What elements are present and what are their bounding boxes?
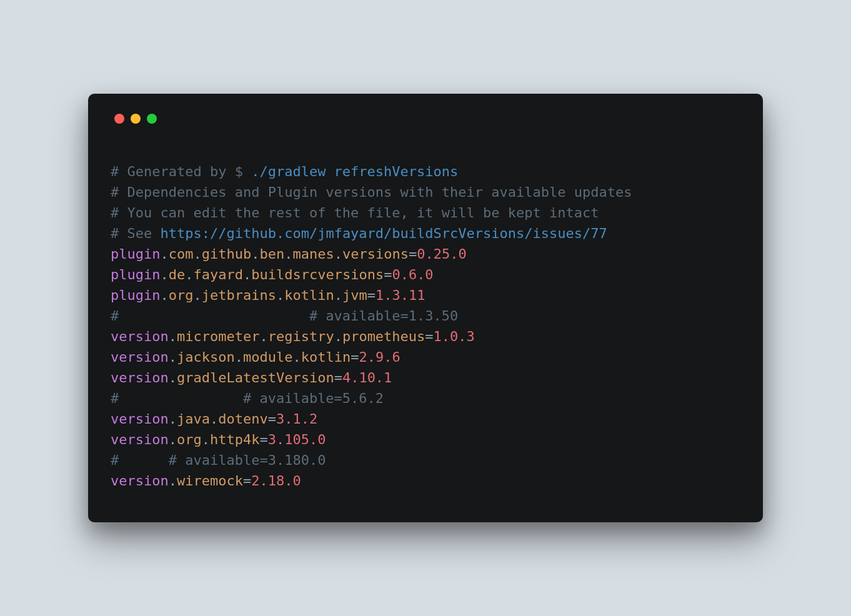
maximize-icon[interactable] bbox=[147, 114, 157, 124]
close-icon[interactable] bbox=[114, 114, 124, 124]
property-line: plugin.de.fayard.buildsrcversions=0.6.0 bbox=[111, 267, 434, 282]
property-line: version.gradleLatestVersion=4.10.1 bbox=[111, 370, 392, 385]
available-comment: # # available=1.3.50 bbox=[111, 308, 458, 324]
property-line: plugin.com.github.ben.manes.versions=0.2… bbox=[111, 246, 467, 262]
comment-line: # See https://github.com/jmfayard/buildS… bbox=[111, 226, 607, 241]
property-line: version.org.http4k=3.105.0 bbox=[111, 432, 326, 447]
property-line: version.jackson.module.kotlin=2.9.6 bbox=[111, 349, 401, 365]
property-line: plugin.org.jetbrains.kotlin.jvm=1.3.11 bbox=[111, 287, 425, 303]
available-comment: # # available=3.180.0 bbox=[111, 452, 326, 468]
comment-line: # Generated by $ ./gradlew refreshVersio… bbox=[111, 164, 458, 179]
terminal-window: # Generated by $ ./gradlew refreshVersio… bbox=[88, 94, 763, 522]
property-line: version.java.dotenv=3.1.2 bbox=[111, 411, 317, 427]
property-line: version.wiremock=2.18.0 bbox=[111, 473, 301, 489]
available-comment: # # available=5.6.2 bbox=[111, 390, 384, 406]
url-link[interactable]: https://github.com/jmfayard/buildSrcVers… bbox=[160, 226, 607, 241]
comment-line: # You can edit the rest of the file, it … bbox=[111, 205, 599, 221]
code-content: # Generated by $ ./gradlew refreshVersio… bbox=[111, 161, 740, 491]
property-line: version.micrometer.registry.prometheus=1… bbox=[111, 329, 475, 344]
comment-line: # Dependencies and Plugin versions with … bbox=[111, 184, 632, 200]
command-link: ./gradlew refreshVersions bbox=[251, 164, 458, 179]
window-controls bbox=[114, 114, 740, 124]
minimize-icon[interactable] bbox=[131, 114, 141, 124]
